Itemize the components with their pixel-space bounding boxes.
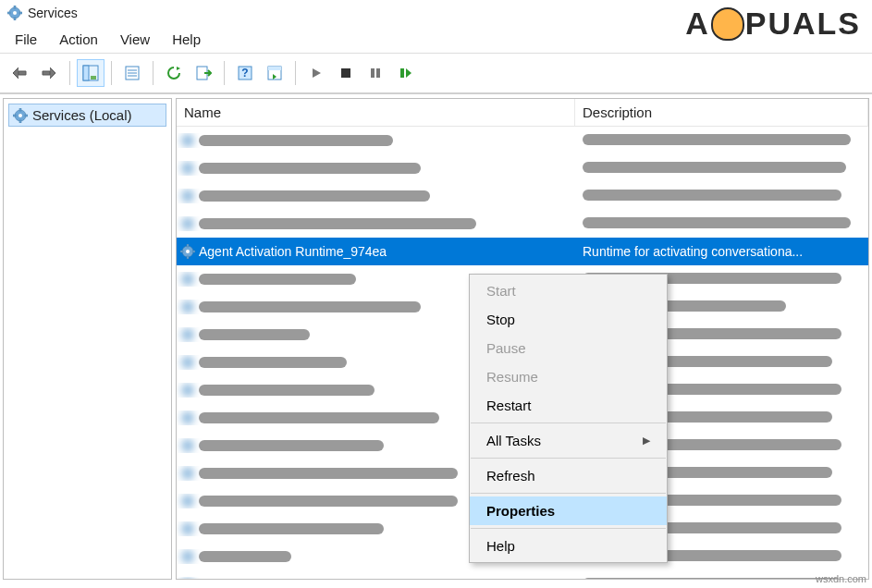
- svg-point-55: [186, 444, 190, 447]
- menu-action[interactable]: Action: [50, 28, 107, 51]
- column-header-name[interactable]: Name: [177, 99, 575, 126]
- list-item-blurred: [583, 578, 841, 580]
- menu-view[interactable]: View: [111, 28, 159, 51]
- gear-icon: [180, 521, 195, 536]
- ctx-all-tasks[interactable]: All Tasks ▶: [470, 426, 667, 455]
- svg-point-53: [186, 416, 190, 420]
- list-item-blurred: [199, 218, 476, 229]
- svg-rect-7: [83, 66, 89, 80]
- list-row[interactable]: [177, 182, 868, 210]
- gear-icon: [180, 494, 195, 508]
- list-item-blurred: [199, 329, 310, 340]
- toolbar-separator: [224, 61, 225, 85]
- restart-service-button[interactable]: [391, 59, 419, 87]
- toolbar-separator: [69, 61, 70, 85]
- window-title: Services: [28, 6, 78, 20]
- gear-icon: [180, 161, 195, 176]
- svg-rect-38: [187, 244, 189, 247]
- submenu-arrow-icon: ▶: [643, 435, 650, 447]
- gear-icon: [180, 300, 195, 314]
- stop-service-button[interactable]: [332, 59, 360, 87]
- start-service-button[interactable]: [302, 59, 330, 87]
- content-area: Services (Local) Name Description Agent …: [0, 94, 872, 582]
- svg-rect-24: [19, 108, 21, 111]
- toolbar-separator: [153, 61, 154, 85]
- menu-file[interactable]: File: [6, 28, 46, 51]
- list-item-blurred: [583, 134, 851, 145]
- gear-icon: [180, 383, 195, 398]
- gear-icon: [180, 410, 195, 425]
- svg-rect-40: [180, 251, 183, 252]
- ctx-help[interactable]: Help: [470, 532, 667, 560]
- ctx-separator: [471, 493, 666, 494]
- ctx-stop[interactable]: Stop: [470, 305, 667, 334]
- svg-point-47: [186, 333, 190, 337]
- toolbar-separator: [295, 61, 296, 85]
- export-list-button[interactable]: [190, 59, 217, 87]
- svg-point-31: [186, 166, 190, 170]
- svg-point-29: [186, 139, 190, 142]
- services-app-icon: [7, 6, 22, 20]
- help-button[interactable]: ?: [231, 59, 259, 87]
- list-item-blurred: [583, 190, 841, 201]
- list-item-blurred: [199, 551, 291, 562]
- gear-icon: [180, 355, 195, 370]
- svg-rect-8: [91, 76, 96, 80]
- show-hide-action-pane-button[interactable]: [261, 59, 289, 87]
- gear-icon: [180, 133, 195, 148]
- list-item-blurred: [199, 412, 439, 423]
- watermark-pre: A: [685, 6, 710, 42]
- svg-point-43: [186, 277, 190, 281]
- svg-rect-4: [7, 12, 10, 14]
- back-button[interactable]: [6, 59, 33, 87]
- forward-button[interactable]: [35, 59, 63, 87]
- svg-rect-19: [371, 68, 375, 78]
- list-item-blurred: [199, 274, 356, 285]
- gear-icon: [180, 438, 195, 453]
- list-row-selected[interactable]: Agent Activation Runtime_974ea Runtime f…: [177, 238, 868, 265]
- show-hide-tree-button[interactable]: [77, 59, 104, 87]
- ctx-restart[interactable]: Restart: [470, 391, 667, 420]
- ctx-separator: [471, 458, 666, 459]
- svg-point-59: [186, 499, 190, 503]
- refresh-button[interactable]: [160, 59, 188, 87]
- list-item-blurred: [199, 468, 458, 479]
- list-row[interactable]: [177, 127, 868, 154]
- column-header-description[interactable]: Description: [575, 99, 868, 126]
- gear-icon: [180, 577, 195, 580]
- list-row[interactable]: [177, 570, 868, 580]
- ctx-properties[interactable]: Properties: [470, 496, 667, 525]
- svg-point-1: [13, 11, 17, 15]
- svg-point-63: [186, 555, 190, 558]
- toolbar-separator: [111, 61, 112, 85]
- pause-service-button[interactable]: [362, 59, 389, 87]
- list-item-blurred: [583, 162, 846, 173]
- list-item-blurred: [199, 385, 375, 396]
- svg-rect-41: [192, 251, 195, 252]
- gear-icon: [180, 216, 195, 231]
- svg-point-23: [18, 114, 22, 117]
- service-name: Agent Activation Runtime_974ea: [199, 244, 387, 259]
- site-note: wsxdn.com: [816, 573, 866, 584]
- list-item-blurred: [199, 523, 384, 534]
- ctx-refresh[interactable]: Refresh: [470, 461, 667, 490]
- list-item-blurred: [199, 301, 421, 312]
- properties-toolbar-button[interactable]: [118, 59, 146, 87]
- svg-rect-3: [14, 18, 16, 20]
- list-row[interactable]: [177, 210, 868, 238]
- svg-rect-21: [400, 68, 404, 78]
- ctx-separator: [471, 528, 666, 529]
- gear-icon: [180, 189, 195, 203]
- gear-icon: [13, 108, 28, 123]
- gear-icon: [180, 549, 195, 564]
- nav-services-local[interactable]: Services (Local): [8, 104, 166, 127]
- context-menu: Start Stop Pause Resume Restart All Task…: [469, 274, 668, 563]
- list-item-blurred: [199, 440, 384, 451]
- svg-text:?: ?: [241, 67, 248, 80]
- ctx-resume[interactable]: Resume: [470, 362, 667, 391]
- svg-rect-20: [376, 68, 380, 78]
- ctx-start[interactable]: Start: [470, 276, 667, 305]
- menu-help[interactable]: Help: [163, 28, 210, 51]
- list-row[interactable]: [177, 154, 868, 182]
- ctx-pause[interactable]: Pause: [470, 334, 667, 362]
